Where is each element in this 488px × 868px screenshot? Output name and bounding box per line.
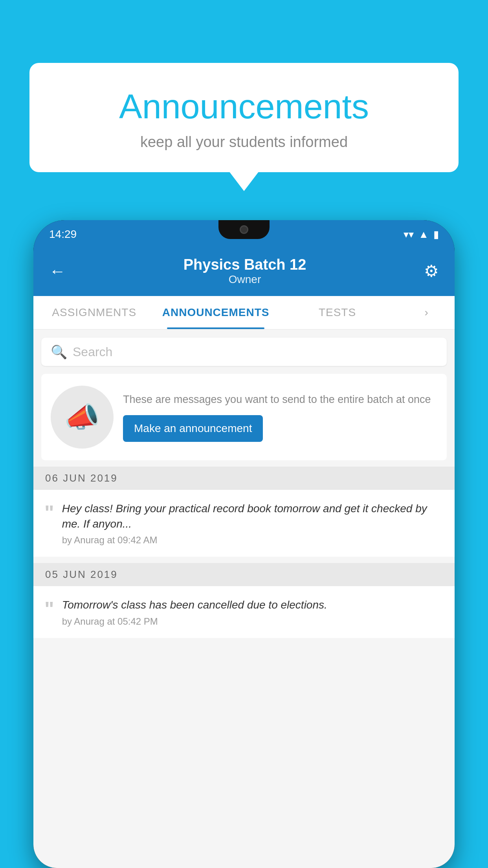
battery-icon: ▮ (433, 228, 439, 241)
tab-assignments[interactable]: ASSIGNMENTS (33, 296, 155, 329)
announcement-icon: 📣 (51, 386, 114, 449)
quote-icon-2: " (44, 599, 54, 619)
date-separator-2: 05 JUN 2019 (33, 563, 455, 586)
announcement-prompt: 📣 These are messages you want to send to… (41, 374, 447, 460)
search-bar[interactable]: 🔍 Search (41, 338, 447, 366)
signal-icon: ▲ (418, 228, 429, 241)
settings-icon[interactable]: ⚙ (424, 261, 439, 281)
speech-bubble-card: Announcements keep all your students inf… (29, 63, 459, 172)
search-icon: 🔍 (51, 344, 67, 360)
announcement-message-2: Tomorrow's class has been cancelled due … (62, 597, 444, 612)
speech-bubble-title: Announcements (49, 86, 439, 127)
status-bar: 14:29 ▾▾ ▲ ▮ (33, 220, 455, 248)
announcement-right: These are messages you want to send to t… (123, 392, 437, 442)
announcement-item-2[interactable]: " Tomorrow's class has been cancelled du… (33, 586, 455, 638)
date-separator-1: 06 JUN 2019 (33, 467, 455, 490)
back-button[interactable]: ← (49, 262, 66, 281)
status-icons: ▾▾ ▲ ▮ (404, 228, 439, 241)
notch-camera (240, 225, 248, 234)
tab-more[interactable]: › (398, 296, 455, 329)
phone-frame: 14:29 ▾▾ ▲ ▮ ← Physics Batch 12 Owner ⚙ … (33, 220, 455, 868)
make-announcement-button[interactable]: Make an announcement (123, 415, 263, 442)
header-subtitle: Owner (183, 273, 306, 286)
phone-content: 🔍 Search 📣 These are messages you want t… (33, 330, 455, 868)
header-title: Physics Batch 12 (183, 256, 306, 273)
wifi-icon: ▾▾ (404, 228, 414, 241)
announcement-message-1: Hey class! Bring your practical record b… (62, 501, 444, 531)
tab-tests[interactable]: TESTS (277, 296, 398, 329)
quote-icon-1: " (44, 502, 54, 523)
announcement-description: These are messages you want to send to t… (123, 392, 437, 407)
tab-announcements[interactable]: ANNOUNCEMENTS (155, 296, 276, 329)
announcement-meta-2: by Anurag at 05:42 PM (62, 616, 444, 627)
app-header: ← Physics Batch 12 Owner ⚙ (33, 248, 455, 296)
header-center: Physics Batch 12 Owner (183, 256, 306, 286)
tab-bar: ASSIGNMENTS ANNOUNCEMENTS TESTS › (33, 296, 455, 330)
announcement-meta-1: by Anurag at 09:42 AM (62, 535, 444, 546)
announcement-content-1: Hey class! Bring your practical record b… (62, 501, 444, 546)
megaphone-icon: 📣 (64, 401, 100, 434)
status-time: 14:29 (49, 228, 77, 241)
speech-bubble-subtitle: keep all your students informed (49, 134, 439, 151)
announcement-item-1[interactable]: " Hey class! Bring your practical record… (33, 490, 455, 557)
phone-notch (218, 220, 270, 239)
announcement-content-2: Tomorrow's class has been cancelled due … (62, 597, 444, 627)
search-placeholder: Search (73, 345, 112, 359)
